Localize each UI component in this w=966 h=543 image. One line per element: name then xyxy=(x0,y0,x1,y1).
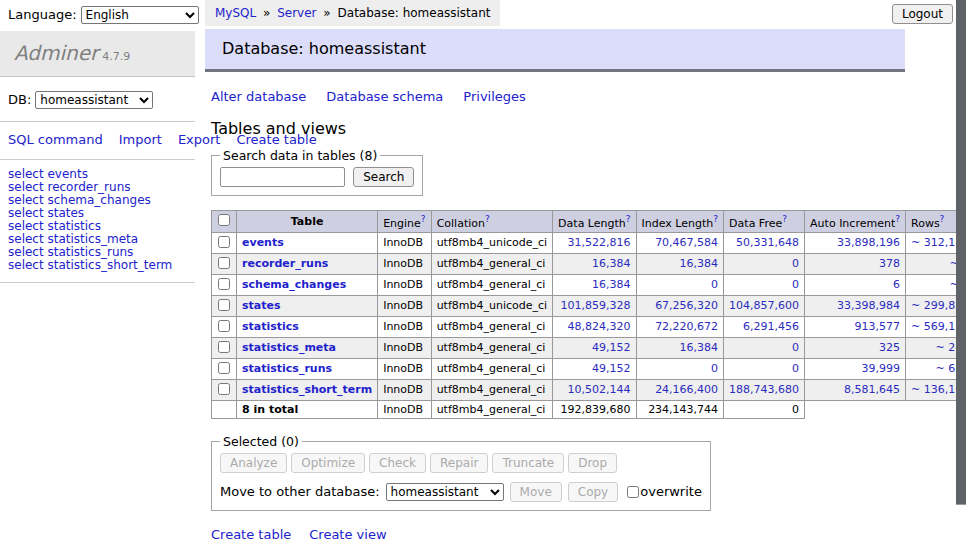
table-total-row: 8 in totalInnoDButf8mb4_general_ci192,83… xyxy=(212,400,966,418)
collation-cell: utf8mb4_general_ci xyxy=(431,358,552,379)
overwrite-label: overwrite xyxy=(640,484,702,499)
adminer-logo[interactable]: Adminer xyxy=(14,41,98,65)
column-header-table: Table xyxy=(237,211,378,233)
row-checkbox-schema-changes[interactable] xyxy=(218,278,230,290)
tables-heading: Tables and views xyxy=(211,119,905,138)
link-alter-database[interactable]: Alter database xyxy=(211,89,306,104)
table-link-statistics-short-term[interactable]: statistics_short_term xyxy=(242,383,372,396)
column-help-sup: ? xyxy=(485,213,490,224)
breadcrumb-current: Database: homeassistant xyxy=(338,6,491,20)
data-free-cell: 50,331,648 xyxy=(724,232,805,253)
link-create-view[interactable]: Create view xyxy=(309,527,386,542)
database-links: Alter databaseDatabase schemaPrivileges xyxy=(211,89,905,104)
sidebar-action-import[interactable]: Import xyxy=(119,132,162,147)
scrollbar-thumb[interactable] xyxy=(956,0,966,505)
table-row-statistics: statisticsInnoDButf8mb4_general_ci48,824… xyxy=(212,316,966,337)
vertical-scrollbar[interactable] xyxy=(956,0,966,543)
column-label: Data Free xyxy=(729,217,782,230)
select-all-checkbox[interactable] xyxy=(218,214,230,226)
table-link-events[interactable]: events xyxy=(242,236,284,249)
index-length-cell: 70,467,584 xyxy=(636,232,724,253)
sidebar-action-sql-command[interactable]: SQL command xyxy=(8,132,103,147)
language-select[interactable]: English xyxy=(81,6,199,24)
data-length-cell: 10,502,144 xyxy=(553,379,636,400)
auto-increment-cell: 6 xyxy=(805,274,906,295)
row-checkbox-events[interactable] xyxy=(218,236,230,248)
auto-increment-cell: 33,398,984 xyxy=(805,295,906,316)
column-help-sup: ? xyxy=(626,213,631,224)
tables-overview-table: TableEngine?Collation?Data Length?Index … xyxy=(211,210,966,419)
column-help-link[interactable]: ? xyxy=(782,214,787,224)
row-check-cell xyxy=(212,358,237,379)
search-input[interactable] xyxy=(220,167,345,187)
engine-cell: InnoDB xyxy=(378,253,431,274)
table-link-recorder-runs[interactable]: recorder_runs xyxy=(242,257,328,270)
collation-cell: utf8mb4_general_ci xyxy=(431,253,552,274)
logout-form: Logout xyxy=(892,4,953,24)
collation-cell: utf8mb4_general_ci xyxy=(431,337,552,358)
page-layout: Language:English Adminer4.7.9 DB:homeass… xyxy=(0,0,966,543)
index-length-cell: 16,384 xyxy=(636,337,724,358)
column-header-engine: Engine? xyxy=(378,211,431,233)
row-check-cell xyxy=(212,379,237,400)
column-help-sup: ? xyxy=(782,213,787,224)
row-check-cell xyxy=(212,337,237,358)
main-content: MySQL » Server » Database: homeassistant… xyxy=(205,0,905,543)
db-select[interactable]: homeassistant xyxy=(35,91,153,109)
move-db-select[interactable]: homeassistant xyxy=(386,483,504,501)
column-help-sup: ? xyxy=(895,213,900,224)
index-length-cell: 0 xyxy=(636,274,724,295)
breadcrumb-mysql[interactable]: MySQL xyxy=(215,6,256,20)
row-checkbox-statistics-meta[interactable] xyxy=(218,341,230,353)
column-help-link[interactable]: ? xyxy=(940,214,945,224)
data-free-cell: 6,291,456 xyxy=(724,316,805,337)
data-free-cell: 104,857,600 xyxy=(724,295,805,316)
search-button[interactable]: Search xyxy=(353,167,414,187)
link-database-schema[interactable]: Database schema xyxy=(326,89,443,104)
table-link-statistics-meta[interactable]: statistics_meta xyxy=(242,341,336,354)
row-checkbox-recorder-runs[interactable] xyxy=(218,257,230,269)
auto-increment-cell: 325 xyxy=(805,337,906,358)
selected-buttons-row: AnalyzeOptimizeCheckRepairTruncateDrop xyxy=(220,453,702,473)
page-title: Database: homeassistant xyxy=(205,29,905,72)
column-label: Index Length xyxy=(642,217,714,230)
table-row-schema-changes: schema_changesInnoDButf8mb4_general_ci16… xyxy=(212,274,966,295)
total-label-cell: 8 in total xyxy=(237,400,378,418)
column-help-link[interactable]: ? xyxy=(713,214,718,224)
column-help-link[interactable]: ? xyxy=(485,214,490,224)
column-label: Table xyxy=(291,215,324,228)
column-help-sup: ? xyxy=(713,213,718,224)
table-row-events: eventsInnoDButf8mb4_unicode_ci31,522,816… xyxy=(212,232,966,253)
db-label: DB: xyxy=(8,92,31,107)
analyze-button: Analyze xyxy=(220,453,287,473)
total-collation-cell: utf8mb4_general_ci xyxy=(431,400,552,418)
column-help-link[interactable]: ? xyxy=(626,214,631,224)
row-checkbox-statistics-short-term[interactable] xyxy=(218,383,230,395)
drop-button: Drop xyxy=(568,453,617,473)
link-privileges[interactable]: Privileges xyxy=(463,89,526,104)
engine-cell: InnoDB xyxy=(378,379,431,400)
table-link-states[interactable]: states xyxy=(242,299,281,312)
overwrite-checkbox[interactable] xyxy=(627,486,639,498)
column-label: Collation xyxy=(437,217,485,230)
table-link-statistics-runs[interactable]: statistics_runs xyxy=(242,362,332,375)
collation-cell: utf8mb4_general_ci xyxy=(431,379,552,400)
column-help-link[interactable]: ? xyxy=(421,214,426,224)
total-engine-cell: InnoDB xyxy=(378,400,431,418)
data-length-cell: 48,824,320 xyxy=(553,316,636,337)
logout-button[interactable]: Logout xyxy=(892,4,953,24)
link-create-table[interactable]: Create table xyxy=(211,527,291,542)
sidebar-link-select-statistics-short-term[interactable]: select statistics_short_term xyxy=(8,259,187,272)
table-link-schema-changes[interactable]: schema_changes xyxy=(242,278,346,291)
total-data-length-cell: 192,839,680 xyxy=(553,400,636,418)
data-length-cell: 16,384 xyxy=(553,253,636,274)
row-checkbox-states[interactable] xyxy=(218,299,230,311)
column-help-link[interactable]: ? xyxy=(895,214,900,224)
column-header-index-length: Index Length? xyxy=(636,211,724,233)
row-checkbox-statistics-runs[interactable] xyxy=(218,362,230,374)
column-header-data-free: Data Free? xyxy=(724,211,805,233)
breadcrumb-server[interactable]: Server xyxy=(277,6,316,20)
table-name-cell: schema_changes xyxy=(237,274,378,295)
table-link-statistics[interactable]: statistics xyxy=(242,320,299,333)
row-checkbox-statistics[interactable] xyxy=(218,320,230,332)
